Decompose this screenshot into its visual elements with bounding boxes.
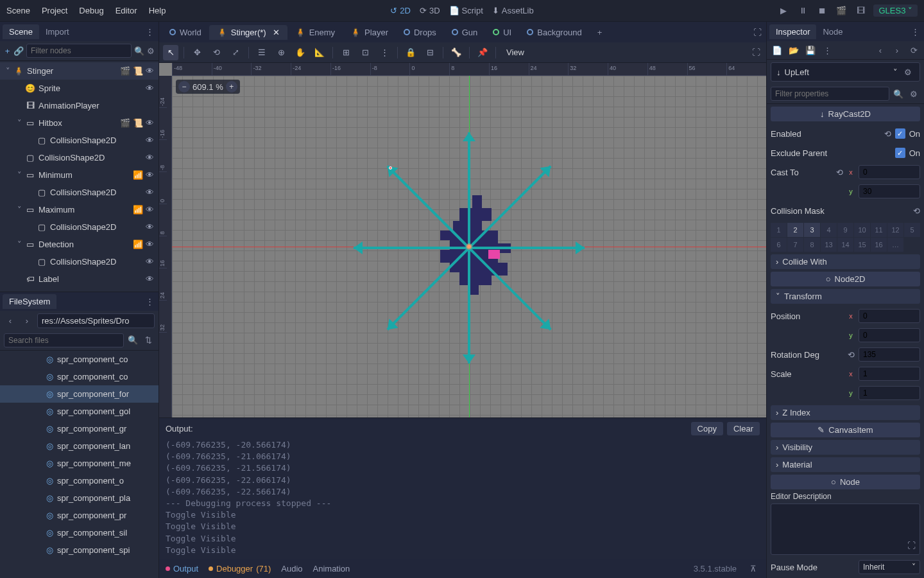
zoom-level[interactable]: 609.1 % xyxy=(193,82,223,92)
mask-layer[interactable]: 9 xyxy=(837,223,853,237)
dock-menu-icon[interactable]: ⋮ xyxy=(143,25,156,38)
fs-back-icon[interactable]: ‹ xyxy=(4,314,17,327)
pan-tool-icon[interactable]: ✋ xyxy=(293,45,308,60)
twisty-icon[interactable]: ˅ xyxy=(14,118,24,128)
scene-tab[interactable]: Drops xyxy=(396,25,444,40)
scene-tab[interactable]: 🧍Stinger(*)✕ xyxy=(209,25,287,40)
file-item[interactable]: ◎spr_component_co xyxy=(0,351,158,368)
distraction-free-icon[interactable]: ⛶ xyxy=(751,26,764,39)
search-icon[interactable]: 🔍 xyxy=(134,44,144,57)
exclude-checkbox[interactable]: ✓ xyxy=(895,148,905,158)
mask-layer[interactable]: 6 xyxy=(771,238,787,252)
pause-mode-select[interactable]: Inherit˅ xyxy=(859,560,920,574)
tree-node[interactable]: ˅▭Maximum📶👁 xyxy=(0,201,158,218)
file-item[interactable]: ◎spr_component_gr xyxy=(0,420,158,437)
object-opts-icon[interactable]: ⚙ xyxy=(902,66,914,78)
eye-icon[interactable]: 👁 xyxy=(146,188,156,198)
tab-animation[interactable]: Animation xyxy=(313,564,350,574)
file-item[interactable]: ◎spr_component_me xyxy=(0,455,158,472)
section-collide[interactable]: › Collide With xyxy=(771,254,920,269)
reset-icon[interactable]: ⟲ xyxy=(848,350,855,360)
tree-node[interactable]: ˅▭Detection📶👁 xyxy=(0,236,158,253)
section-zindex[interactable]: › Z Index xyxy=(771,405,920,420)
list-tool-icon[interactable]: ☰ xyxy=(254,45,270,60)
sig-icon[interactable]: 📶 xyxy=(133,170,143,180)
add-node-icon[interactable]: + xyxy=(4,44,11,57)
eye-icon[interactable]: 👁 xyxy=(146,222,156,232)
pos-x-input[interactable] xyxy=(859,309,920,323)
lock-icon[interactable]: 🔒 xyxy=(403,45,418,60)
add-scene-icon[interactable]: + xyxy=(594,26,606,39)
file-item[interactable]: ◎spr_component_gol xyxy=(0,403,158,420)
file-item[interactable]: ◎spr_component_co xyxy=(0,368,158,385)
origin-gizmo[interactable] xyxy=(467,245,471,249)
file-item[interactable]: ◎spr_component_lan xyxy=(0,437,158,455)
inst-icon[interactable]: 🎬 xyxy=(120,66,130,76)
eye-icon[interactable]: 👁 xyxy=(146,257,156,267)
mask-layer[interactable]: 12 xyxy=(887,223,903,237)
history-fwd-icon[interactable]: › xyxy=(891,44,903,57)
section-visibility[interactable]: › Visibility xyxy=(771,440,920,455)
scene-tab[interactable]: Gun xyxy=(444,25,486,40)
twisty-icon[interactable]: ˅ xyxy=(3,66,13,76)
search-icon[interactable]: 🔍 xyxy=(892,87,905,100)
mask-layer[interactable]: 14 xyxy=(837,238,853,252)
tree-node[interactable]: 😊Sprite👁 xyxy=(0,80,158,97)
mask-layer[interactable]: 7 xyxy=(787,238,803,252)
scene-tab[interactable]: UI xyxy=(485,25,519,40)
insp-save-icon[interactable]: 💾 xyxy=(804,44,817,57)
insp-menu-icon[interactable]: ⋮ xyxy=(909,25,921,38)
sig-icon[interactable]: 📶 xyxy=(133,205,143,215)
clear-button[interactable]: Clear xyxy=(727,422,760,435)
tree-node[interactable]: ˅▭Hitbox🎬📜👁 xyxy=(0,114,158,132)
select-tool-icon[interactable]: ↖ xyxy=(163,45,178,60)
view-menu[interactable]: View xyxy=(501,48,529,57)
fs-split-icon[interactable]: ⇅ xyxy=(142,334,155,347)
menu-help[interactable]: Help xyxy=(149,6,166,15)
section-transform[interactable]: ˅ Transform xyxy=(771,289,920,304)
tab-import[interactable]: Import xyxy=(39,24,76,39)
pause-icon[interactable]: ⏸ xyxy=(796,4,809,17)
mask-layer[interactable]: 10 xyxy=(854,223,870,237)
history-menu-icon[interactable]: ⟳ xyxy=(907,44,920,57)
mask-layer[interactable]: 4 xyxy=(821,223,837,237)
pos-y-input[interactable] xyxy=(859,328,920,342)
link-icon[interactable]: 🔗 xyxy=(13,44,24,57)
file-item[interactable]: ◎spr_component_sil xyxy=(0,524,158,541)
menu-debug[interactable]: Debug xyxy=(79,6,103,15)
eye-icon[interactable]: 👁 xyxy=(146,83,156,94)
eye-icon[interactable]: 👁 xyxy=(146,66,156,76)
menu-editor[interactable]: Editor xyxy=(116,6,137,15)
twisty-icon[interactable]: ˅ xyxy=(14,170,24,180)
scene-tab[interactable]: World xyxy=(162,25,209,40)
class-canvasitem[interactable]: ✎ CanvasItem xyxy=(771,423,920,437)
tree-node[interactable]: 🏷Label👁 xyxy=(0,270,158,288)
mode-3d[interactable]: ⟳ 3D xyxy=(420,6,440,15)
mask-layer[interactable]: 15 xyxy=(854,238,870,252)
mode-assetlib[interactable]: ⬇ AssetLib xyxy=(492,6,534,15)
eye-icon[interactable]: 👁 xyxy=(146,118,156,128)
tab-node[interactable]: Node xyxy=(816,24,849,39)
script-icon[interactable]: 📜 xyxy=(133,66,143,76)
class-header[interactable]: ↓ RayCast2D xyxy=(771,107,920,121)
rotation-input[interactable] xyxy=(859,347,920,362)
canvas[interactable]: − 609.1 % + xyxy=(172,76,766,417)
bone-icon[interactable]: 🦴 xyxy=(449,45,464,60)
fullscreen-icon[interactable]: ⛶ xyxy=(749,46,762,59)
pivot-icon[interactable]: ⊕ xyxy=(273,45,289,60)
handle-gizmo[interactable] xyxy=(389,166,392,170)
mask-layer[interactable]: 16 xyxy=(871,238,887,252)
eye-icon[interactable]: 👁 xyxy=(146,240,156,250)
stop-icon[interactable]: ⏹ xyxy=(816,4,828,17)
file-item[interactable]: ◎spr_component_pr xyxy=(0,507,158,524)
class-node2d[interactable]: ○ Node2D xyxy=(771,272,920,286)
reset-icon[interactable]: ⟲ xyxy=(836,168,843,177)
scale-x-input[interactable] xyxy=(859,367,920,381)
scene-tab[interactable]: 🧍Player xyxy=(343,25,396,40)
zoom-out-icon[interactable]: − xyxy=(178,81,190,92)
snap-menu-icon[interactable]: ⋮ xyxy=(377,45,392,60)
insp-new-icon[interactable]: 📄 xyxy=(771,44,783,57)
renderer-selector[interactable]: GLES3 ˅ xyxy=(873,4,918,17)
insp-load-icon[interactable]: 📂 xyxy=(787,44,800,57)
mode-2d[interactable]: ↺ 2D xyxy=(390,6,411,15)
